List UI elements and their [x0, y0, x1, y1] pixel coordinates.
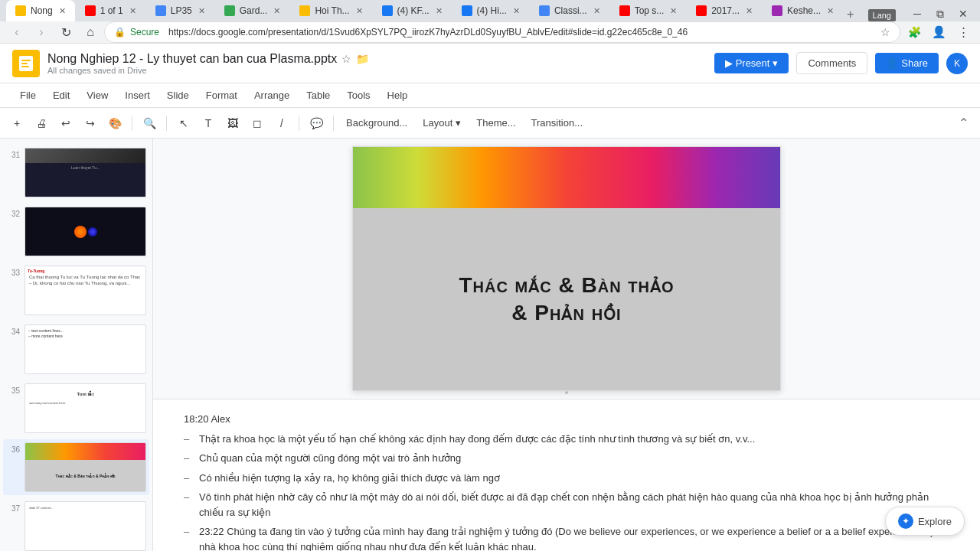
tab-close-fb4[interactable]: ✕	[436, 6, 443, 16]
comment-button[interactable]: 💬	[305, 112, 327, 134]
forward-button[interactable]: ›	[31, 21, 52, 43]
menu-table[interactable]: Table	[299, 86, 338, 104]
shapes-button[interactable]: ◻	[247, 112, 268, 134]
menu-tools[interactable]: Tools	[339, 86, 377, 104]
tab-favicon-nong	[15, 5, 26, 16]
menu-view[interactable]: View	[79, 86, 116, 104]
toolbar-divider-2	[166, 116, 167, 131]
collapse-toolbar-button[interactable]: ⌃	[952, 112, 974, 134]
share-icon: 👤	[886, 57, 898, 69]
tab-close-hoith[interactable]: ✕	[356, 6, 363, 16]
present-button[interactable]: ▶ Present ▾	[714, 53, 789, 73]
tab-top[interactable]: Top s... ✕	[610, 0, 687, 21]
tab-gard[interactable]: Gard... ✕	[215, 0, 290, 21]
tab-gc[interactable]: Classi... ✕	[530, 0, 609, 21]
menu-help[interactable]: Help	[380, 86, 416, 104]
tab-yt[interactable]: 1 of 1 ✕	[76, 0, 145, 21]
minimize-button[interactable]: ─	[906, 6, 928, 21]
back-button[interactable]: ‹	[6, 21, 28, 43]
new-tab-button[interactable]: +	[847, 8, 854, 21]
tab-close-yr[interactable]: ✕	[746, 6, 753, 16]
present-dropdown-icon[interactable]: ▾	[773, 57, 778, 69]
address-bar[interactable]: 🔒 Secure https://docs.google.com/present…	[104, 21, 900, 43]
theme-button[interactable]: Theme...	[470, 114, 521, 132]
close-button[interactable]: ✕	[952, 6, 974, 21]
slide-preview-37: slide 37 content...	[24, 501, 146, 551]
text-box-button[interactable]: T	[198, 112, 219, 134]
tab-close-yt[interactable]: ✕	[129, 6, 136, 16]
share-label: Share	[901, 57, 928, 69]
tab-close-fb4h[interactable]: ✕	[513, 6, 520, 16]
tab-nong[interactable]: Nong ✕	[6, 0, 75, 21]
secure-label: Secure	[130, 27, 159, 37]
line-button[interactable]: /	[271, 112, 292, 134]
slide-thumb-35[interactable]: 35 Tom tắt summary text content here	[3, 380, 149, 436]
transition-button[interactable]: Transition...	[525, 114, 589, 132]
tab-close-top[interactable]: ✕	[670, 6, 677, 16]
tab-fb4h[interactable]: (4) Hi... ✕	[452, 0, 529, 21]
slide-thumb-33[interactable]: 33 Tu-Tuong Ca thai thuong Tu luc va Tu …	[3, 262, 149, 318]
menu-icon[interactable]: ⋮	[952, 21, 974, 43]
explore-icon: ✦	[898, 514, 913, 529]
svg-rect-2	[21, 63, 28, 64]
paint-format-button[interactable]: 🎨	[104, 112, 126, 134]
tab-close-nong[interactable]: ✕	[59, 6, 66, 16]
undo-button[interactable]: ↩	[55, 112, 77, 134]
present-label: Present	[736, 57, 770, 69]
slide-thumb-34[interactable]: 34 – text content lines... – more conten…	[3, 321, 149, 377]
tab-favicon-hoith	[299, 5, 310, 16]
slide-thumb-32[interactable]: 32	[3, 204, 149, 259]
tab-fb4[interactable]: (4) KF... ✕	[373, 0, 452, 21]
tab-favicon-fb4	[382, 5, 393, 16]
slide-canvas-container[interactable]: Thác mắc & Bàn thảo & Phản hồi	[153, 139, 980, 399]
slide-num-35: 35	[6, 386, 20, 395]
comments-button[interactable]: Comments	[796, 52, 867, 74]
share-button[interactable]: 👤 Share	[875, 53, 939, 73]
tab-bar: Nong ✕ 1 of 1 ✕ LP35 ✕ Gard... ✕ Hoi Th.…	[0, 0, 980, 21]
zoom-button[interactable]: 🔍	[139, 112, 160, 134]
menu-insert[interactable]: Insert	[117, 86, 158, 104]
tab-yr[interactable]: 2017... ✕	[687, 0, 762, 21]
drive-folder-icon[interactable]: 📁	[356, 53, 369, 65]
menu-format[interactable]: Format	[198, 86, 245, 104]
redo-button[interactable]: ↪	[80, 112, 101, 134]
tab-close-gc[interactable]: ✕	[593, 6, 600, 16]
app-header: Nong Nghiep 12 - Ly thuyet can ban cua P…	[0, 44, 980, 83]
tab-hoith[interactable]: Hoi Th... ✕	[290, 0, 371, 21]
secure-icon: 🔒	[114, 27, 126, 37]
slide-thumb-37[interactable]: 37 slide 37 content...	[3, 498, 149, 551]
slide-thumb-31[interactable]: 31 Luan thuyet Tu...	[3, 145, 149, 201]
cursor-button[interactable]: ↖	[173, 112, 194, 134]
image-button[interactable]: 🖼	[222, 112, 243, 134]
tab-keshe[interactable]: Keshe... ✕	[763, 0, 843, 21]
tab-close-gard[interactable]: ✕	[273, 6, 280, 16]
slide-num-36: 36	[6, 445, 20, 454]
menu-slide[interactable]: Slide	[159, 86, 197, 104]
bookmark-icon[interactable]: ☆	[880, 26, 890, 38]
user-avatar[interactable]: K	[946, 53, 968, 74]
app-logo	[12, 50, 40, 77]
home-button[interactable]: ⌂	[80, 21, 101, 43]
zoom-in-button[interactable]: +	[6, 112, 28, 134]
menu-arrange[interactable]: Arrange	[247, 86, 297, 104]
menu-edit[interactable]: Edit	[45, 86, 77, 104]
background-button[interactable]: Background...	[340, 114, 413, 132]
theme-label: Theme...	[476, 117, 515, 129]
extensions-icon[interactable]: 🧩	[903, 21, 925, 43]
tab-favicon-lp	[155, 5, 166, 16]
layout-button[interactable]: Layout ▾	[416, 114, 467, 132]
reload-button[interactable]: ↻	[55, 21, 77, 43]
explore-button[interactable]: ✦ Explore	[885, 507, 965, 536]
star-icon[interactable]: ☆	[341, 53, 351, 65]
svg-rect-3	[21, 66, 29, 67]
tab-close-keshe[interactable]: ✕	[827, 6, 834, 16]
toolbar-divider-4	[333, 116, 334, 131]
print-button[interactable]: 🖨	[31, 112, 52, 134]
slide-thumb-36[interactable]: 36 Thác mắc & Bàn thảo & Phản hồi	[3, 439, 149, 495]
maximize-button[interactable]: ⧉	[929, 6, 951, 21]
menu-file[interactable]: File	[12, 86, 44, 104]
tab-close-lp[interactable]: ✕	[198, 6, 205, 16]
url-display: https://docs.google.com/presentation/d/1…	[168, 27, 880, 37]
profile-icon[interactable]: 👤	[928, 21, 949, 43]
tab-lp35[interactable]: LP35 ✕	[146, 0, 214, 21]
